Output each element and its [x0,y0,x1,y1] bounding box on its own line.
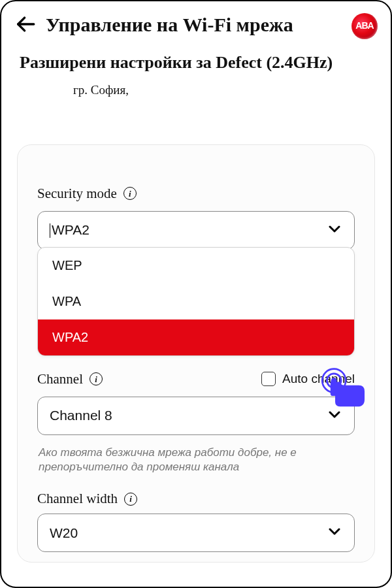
auto-channel-checkbox[interactable] [261,372,276,386]
page-subtitle: Разширени настройки за Defect (2.4GHz) [1,46,391,79]
dropdown-option-wpa[interactable]: WPA [38,284,354,319]
security-mode-label: Security mode i [37,186,355,202]
info-icon[interactable]: i [90,372,103,385]
location-text: гр. София, [1,79,391,105]
channel-label: Channel i [37,371,103,387]
channel-width-select[interactable]: W20 [37,514,355,552]
info-icon[interactable]: i [124,493,137,506]
info-icon[interactable]: i [123,187,137,200]
chevron-down-icon [327,406,342,425]
page-title: Управление на Wi-Fi мрежа [46,13,342,37]
security-mode-dropdown: WEP WPA WPA2 [37,247,355,356]
chevron-down-icon [327,523,342,542]
brand-logo: ABA [351,13,378,39]
chevron-down-icon [327,221,342,240]
channel-hint: Ако твоята безжична мрежа работи добре, … [39,446,353,476]
channel-width-label: Channel width i [37,491,355,507]
auto-channel-label: Auto channel [282,372,355,386]
back-arrow-icon[interactable] [14,13,37,38]
dropdown-option-wpa2[interactable]: WPA2 [38,319,354,355]
channel-select[interactable]: Channel 8 [37,397,355,435]
settings-card: Security mode i WPA2 WEP WPA WPA2 Channe… [17,144,375,563]
security-mode-select[interactable]: WPA2 [37,211,355,250]
dropdown-option-wep[interactable]: WEP [38,248,354,284]
